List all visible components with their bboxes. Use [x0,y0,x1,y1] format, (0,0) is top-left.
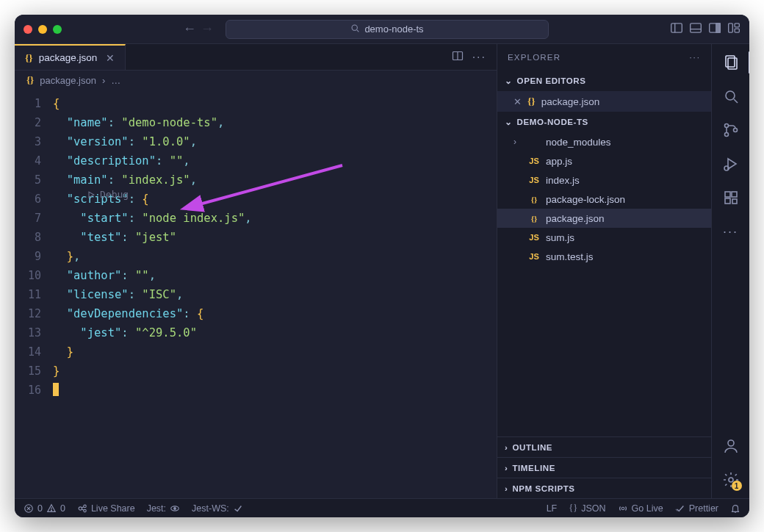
svg-point-0 [352,25,357,30]
breadcrumb-rest: … [111,75,120,86]
breadcrumb[interactable]: {} package.json › … [15,71,497,90]
tab-bar: {} package.json ✕ ··· [15,44,497,71]
code-content[interactable]: { "name": "demo-node-ts", "version": "1.… [48,90,497,498]
explorer-title: EXPLORER ··· [497,44,711,71]
svg-point-34 [51,510,51,511]
status-prettier[interactable]: Prettier [675,503,718,514]
file-label: index.js [546,175,580,186]
svg-rect-10 [735,29,739,32]
svg-point-19 [724,124,728,128]
code-editor[interactable]: 12345678910111213141516 { "name": "demo-… [15,90,497,498]
chevron-right-icon: › [513,137,522,147]
svg-marker-22 [728,159,736,169]
file-tree-item[interactable]: JSsum.js [497,228,711,247]
layout-split-right-icon[interactable] [708,21,721,37]
window-maximize[interactable] [53,25,62,34]
json-key: "jest" [80,326,121,339]
chevron-right-icon: › [102,75,105,86]
layout-customize-icon[interactable] [727,21,740,37]
js-icon: JS [528,157,540,165]
split-editor-icon[interactable] [452,50,464,65]
file-tree-item[interactable]: ›node_modules [497,132,711,151]
status-eol[interactable]: LF [547,503,558,514]
json-key: "license" [67,288,129,301]
js-icon: JS [528,176,540,184]
warning-count: 0 [60,503,65,514]
json-string: "node index.js" [142,212,245,225]
svg-line-38 [82,506,84,507]
json-icon: {} [26,74,34,86]
nav-back-icon[interactable]: ← [183,21,196,37]
tab-close-icon[interactable]: ✕ [106,52,115,64]
file-label: node_modules [546,137,611,148]
file-tree-item[interactable]: JSapp.js [497,151,711,170]
layout-split-left-icon[interactable] [670,21,683,37]
js-icon: JS [528,233,540,242]
activity-explorer-icon[interactable] [721,53,740,72]
chevron-right-icon: › [505,484,508,493]
svg-line-18 [734,99,738,103]
open-editor-label: package.json [541,96,600,107]
status-jest-ws[interactable]: Jest-WS: [192,503,243,514]
status-go-live[interactable]: Go Live [618,503,663,514]
status-notifications-icon[interactable] [730,503,740,514]
svg-rect-4 [691,23,702,32]
window-minimize[interactable] [38,25,47,34]
json-string: "ISC" [142,288,176,301]
jest-ws-label: Jest-WS: [192,503,229,514]
file-tree-item[interactable]: {}package-lock.json [497,190,711,209]
js-icon: JS [528,252,540,261]
npm-scripts-header[interactable]: ›NPM SCRIPTS [497,478,711,498]
svg-line-1 [357,29,358,31]
outline-header[interactable]: ›OUTLINE [497,436,711,457]
file-tree-item[interactable]: {}package.json [497,209,711,228]
traffic-lights [24,25,62,34]
svg-point-36 [84,505,87,508]
svg-point-21 [733,129,737,132]
layout-panel-bottom-icon[interactable] [689,21,702,37]
activity-search-icon[interactable] [721,87,740,106]
activity-run-debug-icon[interactable] [721,154,740,173]
status-language[interactable]: {} JSON [569,503,605,514]
editor-area: {} package.json ✕ ··· {} package.json › … [15,44,497,498]
chevron-down-icon: ⌄ [505,117,513,127]
open-editor-item[interactable]: ✕ {} package.json [497,91,711,112]
status-jest[interactable]: Jest: [147,503,180,514]
status-live-share[interactable]: Live Share [77,503,135,514]
svg-point-42 [621,507,624,510]
line-gutter: 12345678910111213141516 [15,90,48,498]
activity-settings-icon[interactable]: 1 [721,470,740,489]
close-icon[interactable]: ✕ [513,96,522,107]
open-editors-header[interactable]: ⌄ OPEN EDITORS [497,71,711,91]
timeline-header[interactable]: ›TIMELINE [497,457,711,478]
command-center[interactable]: demo-node-ts [226,20,549,39]
svg-point-35 [79,506,82,509]
svg-rect-24 [725,192,730,197]
activity-more-icon[interactable]: ··· [721,222,740,241]
json-icon: {} [569,503,577,514]
svg-point-41 [174,507,176,509]
jest-label: Jest: [147,503,166,514]
window-close[interactable] [24,25,32,34]
brace: { [53,97,60,110]
explorer-more-icon[interactable]: ··· [689,53,701,62]
tab-more-icon[interactable]: ··· [472,51,486,64]
activity-source-control-icon[interactable] [721,121,740,140]
command-center-text: demo-node-ts [364,24,423,35]
activity-account-icon[interactable] [721,436,740,456]
status-bar: 0 0 Live Share Jest: Jest-WS: LF {} JSON… [15,498,749,517]
outline-label: OUTLINE [512,443,552,452]
nav-forward-icon[interactable]: → [201,21,214,37]
debug-code-lens[interactable]: Debug [87,185,129,204]
activity-extensions-icon[interactable] [721,188,740,207]
svg-rect-8 [729,23,733,32]
json-string: "demo-node-ts" [121,116,217,129]
project-header[interactable]: ⌄ DEMO-NODE-TS [497,112,711,132]
status-errors[interactable]: 0 0 [24,503,65,514]
file-tree-item[interactable]: JSindex.js [497,170,711,190]
tab-package-json[interactable]: {} package.json ✕ [15,44,126,70]
eol-label: LF [547,503,558,514]
chevron-down-icon: ⌄ [505,76,513,86]
file-tree-item[interactable]: JSsum.test.js [497,247,711,266]
svg-rect-27 [732,199,737,204]
